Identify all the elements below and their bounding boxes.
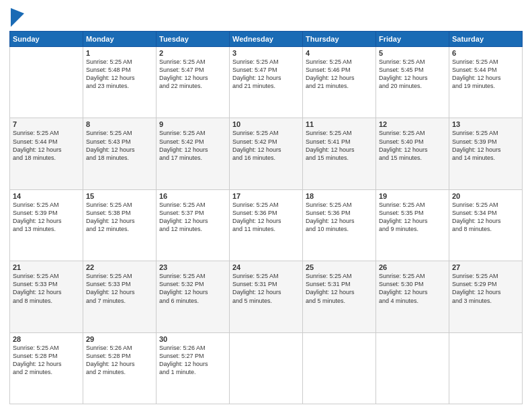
day-info: Sunrise: 5:25 AMSunset: 5:39 PMDaylight:… <box>452 129 519 162</box>
day-number: 13 <box>452 120 519 128</box>
calendar-cell: 4Sunrise: 5:25 AMSunset: 5:46 PMDaylight… <box>303 47 376 118</box>
calendar-cell: 6Sunrise: 5:25 AMSunset: 5:44 PMDaylight… <box>449 47 523 118</box>
calendar-cell: 28Sunrise: 5:25 AMSunset: 5:28 PMDayligh… <box>10 332 83 404</box>
calendar-cell: 10Sunrise: 5:25 AMSunset: 5:42 PMDayligh… <box>230 118 303 189</box>
day-info: Sunrise: 5:25 AMSunset: 5:38 PMDaylight:… <box>86 201 153 234</box>
day-info: Sunrise: 5:25 AMSunset: 5:41 PMDaylight:… <box>306 129 373 162</box>
logo <box>9 9 24 27</box>
weekday-header-friday: Friday <box>376 32 449 47</box>
calendar-cell: 3Sunrise: 5:25 AMSunset: 5:47 PMDaylight… <box>230 47 303 118</box>
weekday-header-tuesday: Tuesday <box>157 32 230 47</box>
day-info: Sunrise: 5:26 AMSunset: 5:28 PMDaylight:… <box>86 344 153 377</box>
day-number: 10 <box>232 120 300 128</box>
day-info: Sunrise: 5:25 AMSunset: 5:43 PMDaylight:… <box>86 129 153 162</box>
day-number: 23 <box>159 263 226 271</box>
weekday-header-sunday: Sunday <box>10 32 83 47</box>
svg-marker-0 <box>11 8 24 27</box>
day-number: 9 <box>159 120 226 128</box>
logo-icon <box>11 8 24 27</box>
day-number: 30 <box>159 335 226 343</box>
calendar-cell: 21Sunrise: 5:25 AMSunset: 5:33 PMDayligh… <box>10 261 83 332</box>
day-info: Sunrise: 5:25 AMSunset: 5:45 PMDaylight:… <box>379 58 446 91</box>
calendar-cell: 22Sunrise: 5:25 AMSunset: 5:33 PMDayligh… <box>83 261 157 332</box>
day-number: 27 <box>452 263 519 271</box>
day-info: Sunrise: 5:25 AMSunset: 5:47 PMDaylight:… <box>232 58 300 91</box>
day-info: Sunrise: 5:25 AMSunset: 5:34 PMDaylight:… <box>452 201 519 234</box>
day-number: 19 <box>379 192 446 200</box>
day-number: 12 <box>379 120 446 128</box>
day-number: 2 <box>159 49 226 57</box>
day-info: Sunrise: 5:25 AMSunset: 5:36 PMDaylight:… <box>232 201 300 234</box>
calendar-week-row: 28Sunrise: 5:25 AMSunset: 5:28 PMDayligh… <box>10 332 523 404</box>
calendar-cell: 26Sunrise: 5:25 AMSunset: 5:30 PMDayligh… <box>376 261 449 332</box>
calendar-cell: 7Sunrise: 5:25 AMSunset: 5:44 PMDaylight… <box>10 118 83 189</box>
day-number: 21 <box>13 263 80 271</box>
calendar-cell <box>376 332 449 404</box>
calendar-cell: 29Sunrise: 5:26 AMSunset: 5:28 PMDayligh… <box>83 332 157 404</box>
day-info: Sunrise: 5:25 AMSunset: 5:42 PMDaylight:… <box>232 129 300 162</box>
day-info: Sunrise: 5:25 AMSunset: 5:42 PMDaylight:… <box>159 129 226 162</box>
day-number: 1 <box>86 49 153 57</box>
day-info: Sunrise: 5:25 AMSunset: 5:35 PMDaylight:… <box>379 201 446 234</box>
day-number: 26 <box>379 263 446 271</box>
day-number: 11 <box>306 120 373 128</box>
day-number: 28 <box>13 335 80 343</box>
calendar-cell <box>10 47 83 118</box>
day-number: 3 <box>232 49 300 57</box>
page: SundayMondayTuesdayWednesdayThursdayFrid… <box>0 0 532 411</box>
day-info: Sunrise: 5:25 AMSunset: 5:44 PMDaylight:… <box>452 58 519 91</box>
calendar-cell: 1Sunrise: 5:25 AMSunset: 5:48 PMDaylight… <box>83 47 157 118</box>
calendar-cell: 17Sunrise: 5:25 AMSunset: 5:36 PMDayligh… <box>230 189 303 261</box>
day-info: Sunrise: 5:25 AMSunset: 5:32 PMDaylight:… <box>159 272 226 305</box>
calendar-week-row: 7Sunrise: 5:25 AMSunset: 5:44 PMDaylight… <box>10 118 523 189</box>
day-info: Sunrise: 5:25 AMSunset: 5:39 PMDaylight:… <box>13 201 80 234</box>
day-number: 29 <box>86 335 153 343</box>
calendar-cell: 15Sunrise: 5:25 AMSunset: 5:38 PMDayligh… <box>83 189 157 261</box>
day-info: Sunrise: 5:25 AMSunset: 5:33 PMDaylight:… <box>13 272 80 305</box>
calendar-cell: 16Sunrise: 5:25 AMSunset: 5:37 PMDayligh… <box>157 189 230 261</box>
day-info: Sunrise: 5:25 AMSunset: 5:47 PMDaylight:… <box>159 58 226 91</box>
day-info: Sunrise: 5:25 AMSunset: 5:31 PMDaylight:… <box>306 272 373 305</box>
weekday-header-saturday: Saturday <box>449 32 523 47</box>
weekday-header-thursday: Thursday <box>303 32 376 47</box>
day-info: Sunrise: 5:26 AMSunset: 5:27 PMDaylight:… <box>159 344 226 377</box>
day-info: Sunrise: 5:25 AMSunset: 5:46 PMDaylight:… <box>306 58 373 91</box>
day-info: Sunrise: 5:25 AMSunset: 5:40 PMDaylight:… <box>379 129 446 162</box>
calendar-cell: 5Sunrise: 5:25 AMSunset: 5:45 PMDaylight… <box>376 47 449 118</box>
day-number: 5 <box>379 49 446 57</box>
calendar-table: SundayMondayTuesdayWednesdayThursdayFrid… <box>9 31 523 404</box>
day-number: 6 <box>452 49 519 57</box>
day-number: 24 <box>232 263 300 271</box>
day-number: 15 <box>86 192 153 200</box>
day-info: Sunrise: 5:25 AMSunset: 5:36 PMDaylight:… <box>306 201 373 234</box>
calendar-cell: 12Sunrise: 5:25 AMSunset: 5:40 PMDayligh… <box>376 118 449 189</box>
calendar-cell: 30Sunrise: 5:26 AMSunset: 5:27 PMDayligh… <box>157 332 230 404</box>
weekday-header-wednesday: Wednesday <box>230 32 303 47</box>
day-info: Sunrise: 5:25 AMSunset: 5:29 PMDaylight:… <box>452 272 519 305</box>
day-number: 20 <box>452 192 519 200</box>
day-info: Sunrise: 5:25 AMSunset: 5:33 PMDaylight:… <box>86 272 153 305</box>
day-info: Sunrise: 5:25 AMSunset: 5:44 PMDaylight:… <box>13 129 80 162</box>
calendar-cell: 25Sunrise: 5:25 AMSunset: 5:31 PMDayligh… <box>303 261 376 332</box>
weekday-header-monday: Monday <box>83 32 157 47</box>
calendar-cell: 27Sunrise: 5:25 AMSunset: 5:29 PMDayligh… <box>449 261 523 332</box>
day-number: 8 <box>86 120 153 128</box>
calendar-cell: 9Sunrise: 5:25 AMSunset: 5:42 PMDaylight… <box>157 118 230 189</box>
calendar-cell: 13Sunrise: 5:25 AMSunset: 5:39 PMDayligh… <box>449 118 523 189</box>
calendar-week-row: 1Sunrise: 5:25 AMSunset: 5:48 PMDaylight… <box>10 47 523 118</box>
calendar-cell: 23Sunrise: 5:25 AMSunset: 5:32 PMDayligh… <box>157 261 230 332</box>
weekday-header-row: SundayMondayTuesdayWednesdayThursdayFrid… <box>10 32 523 47</box>
calendar-cell: 11Sunrise: 5:25 AMSunset: 5:41 PMDayligh… <box>303 118 376 189</box>
calendar-cell: 24Sunrise: 5:25 AMSunset: 5:31 PMDayligh… <box>230 261 303 332</box>
day-info: Sunrise: 5:25 AMSunset: 5:37 PMDaylight:… <box>159 201 226 234</box>
calendar-cell: 14Sunrise: 5:25 AMSunset: 5:39 PMDayligh… <box>10 189 83 261</box>
day-info: Sunrise: 5:25 AMSunset: 5:31 PMDaylight:… <box>232 272 300 305</box>
day-info: Sunrise: 5:25 AMSunset: 5:28 PMDaylight:… <box>13 344 80 377</box>
calendar-cell: 18Sunrise: 5:25 AMSunset: 5:36 PMDayligh… <box>303 189 376 261</box>
header <box>9 7 523 27</box>
day-info: Sunrise: 5:25 AMSunset: 5:48 PMDaylight:… <box>86 58 153 91</box>
calendar-cell: 8Sunrise: 5:25 AMSunset: 5:43 PMDaylight… <box>83 118 157 189</box>
calendar-cell <box>303 332 376 404</box>
calendar-week-row: 14Sunrise: 5:25 AMSunset: 5:39 PMDayligh… <box>10 189 523 261</box>
calendar-cell <box>230 332 303 404</box>
